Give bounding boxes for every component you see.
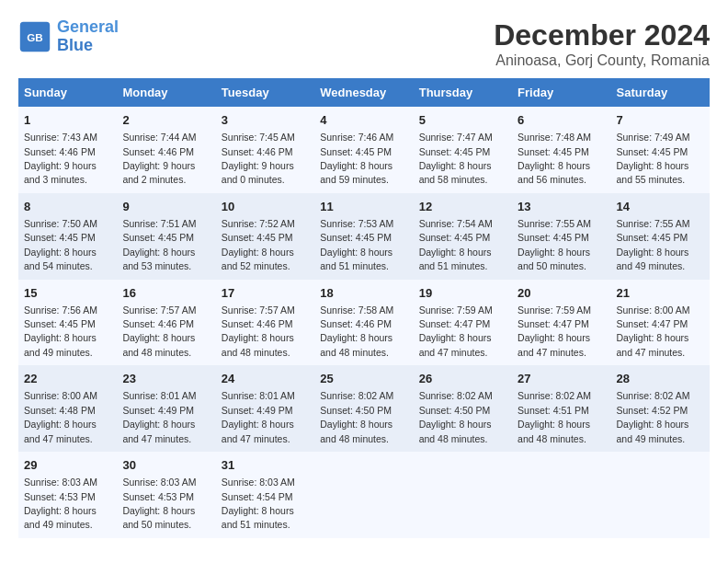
day-detail: Sunrise: 8:02 AMSunset: 4:50 PMDaylight:…	[419, 390, 493, 443]
calendar-cell: 19 Sunrise: 7:59 AMSunset: 4:47 PMDaylig…	[414, 280, 512, 366]
day-detail: Sunrise: 8:02 AMSunset: 4:52 PMDaylight:…	[617, 390, 690, 443]
calendar-cell: 20 Sunrise: 7:59 AMSunset: 4:47 PMDaylig…	[512, 280, 610, 366]
calendar-cell: 17 Sunrise: 7:57 AMSunset: 4:46 PMDaylig…	[216, 280, 314, 366]
calendar-cell: 3 Sunrise: 7:45 AMSunset: 4:46 PMDayligh…	[216, 107, 314, 193]
calendar-cell: 8 Sunrise: 7:50 AMSunset: 4:45 PMDayligh…	[18, 193, 117, 280]
page-subtitle: Aninoasa, Gorj County, Romania	[494, 52, 710, 69]
calendar-cell: 26 Sunrise: 8:02 AMSunset: 4:50 PMDaylig…	[414, 365, 512, 452]
page-header: GB General Blue December 2024 Aninoasa, …	[18, 18, 710, 69]
day-number: 3	[222, 112, 309, 129]
day-number: 31	[222, 457, 309, 474]
calendar-cell: 15 Sunrise: 7:56 AMSunset: 4:45 PMDaylig…	[18, 280, 117, 366]
day-detail: Sunrise: 7:50 AMSunset: 4:45 PMDaylight:…	[24, 218, 97, 271]
day-detail: Sunrise: 7:47 AMSunset: 4:45 PMDaylight:…	[419, 132, 493, 185]
day-detail: Sunrise: 7:45 AMSunset: 4:46 PMDaylight:…	[222, 132, 295, 185]
calendar-cell: 5 Sunrise: 7:47 AMSunset: 4:45 PMDayligh…	[414, 107, 512, 193]
day-number: 25	[320, 371, 407, 387]
calendar-cell: 16 Sunrise: 7:57 AMSunset: 4:46 PMDaylig…	[117, 280, 215, 366]
day-number: 28	[617, 371, 704, 387]
day-detail: Sunrise: 7:59 AMSunset: 4:47 PMDaylight:…	[419, 304, 493, 358]
col-header-saturday: Saturday	[611, 78, 710, 107]
calendar-cell: 21 Sunrise: 8:00 AMSunset: 4:47 PMDaylig…	[611, 280, 710, 366]
day-number: 29	[24, 457, 111, 474]
calendar-cell: 7 Sunrise: 7:49 AMSunset: 4:45 PMDayligh…	[611, 107, 710, 193]
logo-general: General	[57, 17, 119, 36]
day-number: 16	[122, 285, 210, 302]
day-detail: Sunrise: 8:02 AMSunset: 4:50 PMDaylight:…	[320, 390, 393, 443]
svg-text:GB: GB	[27, 31, 43, 43]
day-number: 15	[24, 285, 111, 302]
day-number: 11	[320, 199, 407, 215]
day-detail: Sunrise: 7:46 AMSunset: 4:45 PMDaylight:…	[320, 132, 393, 185]
day-detail: Sunrise: 8:03 AMSunset: 4:53 PMDaylight:…	[122, 477, 196, 530]
calendar-cell: 4 Sunrise: 7:46 AMSunset: 4:45 PMDayligh…	[314, 107, 413, 193]
title-block: December 2024 Aninoasa, Gorj County, Rom…	[494, 18, 710, 69]
day-number: 26	[419, 371, 506, 387]
calendar-cell: 27 Sunrise: 8:02 AMSunset: 4:51 PMDaylig…	[512, 365, 610, 452]
col-header-wednesday: Wednesday	[314, 78, 413, 107]
page-title: December 2024	[494, 18, 710, 52]
calendar-cell: 30 Sunrise: 8:03 AMSunset: 4:53 PMDaylig…	[117, 452, 215, 538]
calendar-cell: 2 Sunrise: 7:44 AMSunset: 4:46 PMDayligh…	[117, 107, 215, 193]
col-header-thursday: Thursday	[414, 78, 512, 107]
day-number: 6	[518, 112, 605, 129]
col-header-sunday: Sunday	[18, 78, 117, 107]
day-detail: Sunrise: 7:48 AMSunset: 4:45 PMDaylight:…	[518, 132, 591, 185]
calendar-cell: 22 Sunrise: 8:00 AMSunset: 4:48 PMDaylig…	[18, 365, 117, 452]
calendar-cell	[512, 452, 610, 538]
col-header-friday: Friday	[512, 78, 610, 107]
day-detail: Sunrise: 7:54 AMSunset: 4:45 PMDaylight:…	[419, 218, 493, 271]
calendar-week-5: 29 Sunrise: 8:03 AMSunset: 4:53 PMDaylig…	[18, 452, 710, 538]
day-number: 17	[222, 285, 309, 302]
day-number: 21	[617, 285, 704, 302]
day-number: 18	[320, 285, 407, 302]
day-number: 2	[122, 112, 210, 129]
calendar-cell: 14 Sunrise: 7:55 AMSunset: 4:45 PMDaylig…	[611, 193, 710, 280]
calendar-cell: 18 Sunrise: 7:58 AMSunset: 4:46 PMDaylig…	[314, 280, 413, 366]
calendar-cell: 6 Sunrise: 7:48 AMSunset: 4:45 PMDayligh…	[512, 107, 610, 193]
day-number: 8	[24, 199, 111, 215]
day-detail: Sunrise: 8:02 AMSunset: 4:51 PMDaylight:…	[518, 390, 591, 443]
day-number: 13	[518, 199, 605, 215]
logo: GB General Blue	[18, 18, 119, 55]
day-number: 12	[419, 199, 506, 215]
day-number: 24	[222, 371, 309, 387]
day-number: 10	[222, 199, 309, 215]
calendar-header-row: SundayMondayTuesdayWednesdayThursdayFrid…	[18, 78, 710, 107]
calendar-week-3: 15 Sunrise: 7:56 AMSunset: 4:45 PMDaylig…	[18, 280, 710, 366]
day-detail: Sunrise: 7:57 AMSunset: 4:46 PMDaylight:…	[222, 304, 295, 358]
day-detail: Sunrise: 7:56 AMSunset: 4:45 PMDaylight:…	[24, 304, 97, 358]
day-detail: Sunrise: 7:55 AMSunset: 4:45 PMDaylight:…	[617, 218, 690, 271]
col-header-monday: Monday	[117, 78, 215, 107]
calendar-cell	[611, 452, 710, 538]
calendar-cell: 31 Sunrise: 8:03 AMSunset: 4:54 PMDaylig…	[216, 452, 314, 538]
day-detail: Sunrise: 8:03 AMSunset: 4:53 PMDaylight:…	[24, 477, 97, 530]
day-detail: Sunrise: 7:49 AMSunset: 4:45 PMDaylight:…	[617, 132, 690, 185]
calendar-cell: 10 Sunrise: 7:52 AMSunset: 4:45 PMDaylig…	[216, 193, 314, 280]
day-detail: Sunrise: 7:58 AMSunset: 4:46 PMDaylight:…	[320, 304, 393, 358]
logo-blue: Blue	[57, 36, 93, 54]
calendar-cell: 24 Sunrise: 8:01 AMSunset: 4:49 PMDaylig…	[216, 365, 314, 452]
calendar-cell: 1 Sunrise: 7:43 AMSunset: 4:46 PMDayligh…	[18, 107, 117, 193]
logo-icon: GB	[18, 20, 51, 53]
calendar-cell: 11 Sunrise: 7:53 AMSunset: 4:45 PMDaylig…	[314, 193, 413, 280]
day-number: 5	[419, 112, 506, 129]
calendar-cell: 29 Sunrise: 8:03 AMSunset: 4:53 PMDaylig…	[18, 452, 117, 538]
day-detail: Sunrise: 8:01 AMSunset: 4:49 PMDaylight:…	[122, 390, 196, 443]
calendar-cell: 23 Sunrise: 8:01 AMSunset: 4:49 PMDaylig…	[117, 365, 215, 452]
day-detail: Sunrise: 8:01 AMSunset: 4:49 PMDaylight:…	[222, 390, 295, 443]
day-detail: Sunrise: 7:44 AMSunset: 4:46 PMDaylight:…	[122, 132, 196, 185]
day-detail: Sunrise: 7:59 AMSunset: 4:47 PMDaylight:…	[518, 304, 591, 358]
calendar-cell: 13 Sunrise: 7:55 AMSunset: 4:45 PMDaylig…	[512, 193, 610, 280]
calendar-cell: 28 Sunrise: 8:02 AMSunset: 4:52 PMDaylig…	[611, 365, 710, 452]
day-detail: Sunrise: 7:43 AMSunset: 4:46 PMDaylight:…	[24, 132, 97, 185]
day-detail: Sunrise: 7:52 AMSunset: 4:45 PMDaylight:…	[222, 218, 295, 271]
day-number: 14	[617, 199, 704, 215]
day-detail: Sunrise: 7:53 AMSunset: 4:45 PMDaylight:…	[320, 218, 393, 271]
calendar-cell: 9 Sunrise: 7:51 AMSunset: 4:45 PMDayligh…	[117, 193, 215, 280]
day-number: 22	[24, 371, 111, 387]
day-detail: Sunrise: 8:00 AMSunset: 4:47 PMDaylight:…	[617, 304, 690, 358]
day-detail: Sunrise: 7:55 AMSunset: 4:45 PMDaylight:…	[518, 218, 591, 271]
calendar-table: SundayMondayTuesdayWednesdayThursdayFrid…	[18, 78, 710, 538]
day-detail: Sunrise: 7:57 AMSunset: 4:46 PMDaylight:…	[122, 304, 196, 358]
